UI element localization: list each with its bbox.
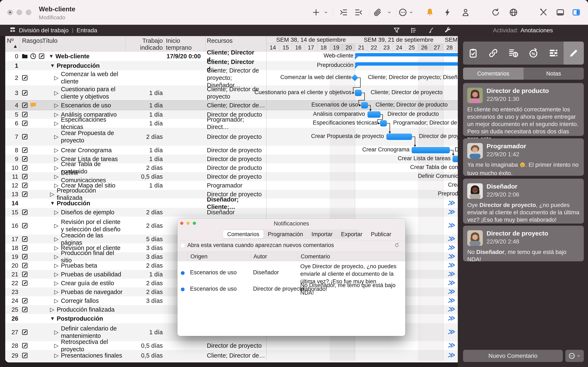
gantt-overflow-chevron-icon[interactable]: ≫: [444, 287, 457, 295]
share-globe-button[interactable]: [509, 8, 518, 17]
dialog-column-header[interactable]: Autor: [253, 253, 267, 260]
tools-button[interactable]: [539, 8, 548, 17]
close-window-button[interactable]: [7, 10, 13, 15]
outline-view-button[interactable]: [409, 26, 418, 35]
column-header-trabajo[interactable]: Trabajoindicado: [125, 37, 163, 51]
gantt-task-bar[interactable]: [412, 147, 450, 153]
dialog-tab-exportar[interactable]: Exportar: [337, 230, 367, 238]
gantt-overflow-chevron-icon[interactable]: ≫: [444, 278, 457, 287]
panel-bottom-toggle-button[interactable]: [556, 8, 565, 17]
inspector-tab-annotations-pencil[interactable]: [564, 42, 584, 65]
disclosure-leaf[interactable]: ▷: [54, 111, 59, 118]
gantt-overflow-chevron-icon[interactable]: ≫: [444, 208, 457, 216]
column-header-titulo[interactable]: Título: [42, 37, 58, 44]
gantt-task-bar[interactable]: [367, 111, 380, 118]
new-comment-button[interactable]: Nuevo Comentario: [463, 350, 563, 362]
gantt-overflow-chevron-icon[interactable]: ≫: [444, 351, 457, 359]
gantt-overflow-chevron-icon[interactable]: ≫: [444, 305, 457, 313]
dialog-column-header[interactable]: Comentario: [301, 253, 330, 260]
disclosure-leaf[interactable]: ▷: [54, 352, 59, 359]
disclosure-leaf[interactable]: ▷: [54, 222, 59, 229]
gantt-task-bar[interactable]: [453, 156, 458, 162]
dialog-tab-programación[interactable]: Programación: [264, 230, 307, 238]
disclosure-leaf[interactable]: ▷: [50, 306, 54, 313]
disclosure-leaf[interactable]: ▷: [54, 244, 59, 251]
dialog-tab-publicar[interactable]: Publicar: [367, 230, 396, 238]
indent-button[interactable]: [339, 8, 348, 17]
disclosure-leaf[interactable]: ▷: [54, 156, 59, 162]
disclosure-open[interactable]: ▼: [50, 200, 55, 206]
panel-right-toggle-button[interactable]: [572, 8, 581, 17]
open-on-new-comments-checkbox[interactable]: [180, 243, 185, 248]
more-circle-button[interactable]: [398, 8, 407, 17]
disclosure-leaf[interactable]: ▷: [54, 173, 59, 180]
gantt-task-bar[interactable]: [355, 90, 362, 96]
sidebar-tab-comentarios[interactable]: Comentarios: [463, 67, 524, 80]
settings-wrench-button[interactable]: [443, 26, 452, 35]
dialog-column-header[interactable]: Origen: [190, 253, 208, 260]
disclosure-leaf[interactable]: ▷: [54, 271, 59, 278]
gantt-overflow-chevron-icon[interactable]: ≫: [444, 252, 457, 260]
chevron-down-button[interactable]: [387, 10, 392, 15]
gantt-overflow-chevron-icon[interactable]: ≫: [444, 261, 457, 269]
outdent-button[interactable]: [354, 8, 363, 17]
breadcrumb-view[interactable]: División del trabajo: [19, 27, 69, 34]
disclosure-leaf[interactable]: ▷: [54, 262, 59, 269]
gantt-overflow-chevron-icon[interactable]: ≫: [444, 199, 457, 207]
filter-funnel-button[interactable]: [392, 26, 401, 35]
inspector-tab-tasks-clipboard[interactable]: [463, 42, 483, 65]
add-button[interactable]: [311, 8, 321, 17]
chevron-down-button[interactable]: [323, 10, 329, 15]
disclosure-leaf[interactable]: ▷: [50, 191, 54, 198]
gantt-overflow-chevron-icon[interactable]: ≫: [444, 270, 457, 278]
disclosure-leaf[interactable]: ▷: [54, 253, 59, 260]
gantt-summary-bar[interactable]: [355, 53, 458, 56]
disclosure-leaf[interactable]: ▷: [54, 236, 59, 242]
gantt-overflow-chevron-icon[interactable]: ≫: [444, 234, 457, 243]
disclosure-open[interactable]: ▼: [50, 63, 55, 69]
gantt-overflow-chevron-icon[interactable]: ≫: [444, 341, 457, 349]
comment-more-actions-button[interactable]: [565, 350, 584, 362]
gantt-overflow-chevron-icon[interactable]: ≫: [444, 243, 457, 251]
disclosure-leaf[interactable]: ▷: [54, 120, 59, 127]
dialog-tab-importar[interactable]: Importar: [307, 230, 337, 238]
disclosure-open[interactable]: ▼: [49, 53, 54, 59]
disclosure-leaf[interactable]: ▷: [54, 147, 59, 153]
zoom-window-button[interactable]: [26, 10, 31, 15]
disclosure-leaf[interactable]: ▷: [54, 297, 59, 304]
gantt-task-bar[interactable]: [380, 120, 387, 126]
sync-button[interactable]: [491, 8, 500, 17]
refresh-icon[interactable]: [394, 242, 400, 249]
column-header-rasgos[interactable]: Rasgos: [22, 37, 43, 44]
gantt-summary-bar[interactable]: [355, 62, 458, 66]
disclosure-leaf[interactable]: ▷: [54, 280, 59, 286]
gantt-overflow-chevron-icon[interactable]: ≫: [444, 328, 457, 336]
disclosure-leaf[interactable]: ▷: [54, 342, 59, 349]
gantt-task-bar[interactable]: [386, 133, 412, 140]
column-header-num[interactable]: Nº: [7, 37, 14, 44]
format-brush-button[interactable]: [426, 26, 435, 35]
minimize-window-button[interactable]: [17, 10, 22, 15]
gantt-task-bar[interactable]: [361, 102, 368, 108]
automation-bolt-button[interactable]: [443, 8, 452, 17]
disclosure-leaf[interactable]: ▷: [54, 329, 59, 335]
attach-button[interactable]: [373, 8, 382, 17]
inspector-tab-time-gauge[interactable]: %: [524, 42, 544, 65]
gantt-overflow-chevron-icon[interactable]: ≫: [444, 296, 457, 304]
inspector-tab-costs[interactable]: $: [503, 42, 524, 65]
sidebar-tab-notas[interactable]: Notas: [524, 67, 584, 80]
disclosure-leaf[interactable]: ▷: [54, 289, 59, 295]
inspector-tab-resources-rows[interactable]: [544, 42, 564, 65]
breadcrumb-section[interactable]: Entrada: [77, 27, 97, 34]
disclosure-leaf[interactable]: ▷: [54, 133, 59, 140]
gantt-overflow-chevron-icon[interactable]: ≫: [444, 221, 457, 229]
breadcrumb[interactable]: División del trabajo ⟩ Entrada: [9, 25, 97, 36]
dialog-tab-comentarios[interactable]: Comentarios: [223, 230, 264, 238]
disclosure-leaf[interactable]: ▷: [54, 102, 59, 109]
disclosure-open[interactable]: ▼: [50, 316, 55, 322]
disclosure-leaf[interactable]: ▷: [54, 90, 59, 96]
disclosure-leaf[interactable]: ▷: [54, 164, 59, 171]
column-header-recursos[interactable]: Recursos: [207, 37, 233, 44]
disclosure-leaf[interactable]: ▷: [54, 209, 59, 216]
inspector-tab-links[interactable]: [483, 42, 503, 65]
